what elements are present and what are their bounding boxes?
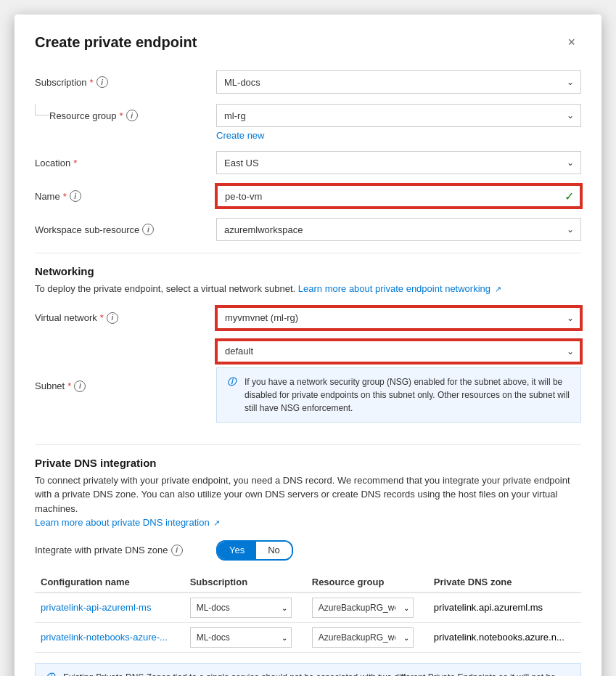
virtual-network-info-icon[interactable]: i [107, 312, 118, 324]
col-dns-zone: Private DNS zone [428, 572, 581, 592]
subnet-control-wrap: default ⌄ ⓘ If you have a network securi… [216, 340, 581, 433]
subnet-row: Subnet * i default ⌄ ⓘ If you have a net… [35, 340, 581, 433]
dns-toggle[interactable]: Yes No [216, 540, 293, 561]
nsg-info-box: ⓘ If you have a network security group (… [216, 367, 581, 423]
learn-more-networking-link[interactable]: Learn more about private endpoint networ… [298, 283, 501, 294]
col-resource-group: Resource group [306, 572, 428, 592]
name-control-wrap: ✓ [216, 184, 581, 208]
config-name-cell: privatelink-notebooks-azure-... [35, 622, 184, 652]
divider-2 [35, 444, 581, 445]
subscription-select-wrap-2: ML-docs ⌄ [190, 627, 292, 648]
dns-zone-cell-1: privatelink.api.azureml.ms [428, 592, 581, 623]
resource-group-cell-2: AzureBackupRG_westus_1 ⌄ [306, 622, 428, 652]
location-control-wrap: East US ⌄ [216, 151, 581, 174]
table-subscription-select-1[interactable]: ML-docs [190, 598, 292, 618]
workspace-sub-resource-row: Workspace sub-resource i azuremlworkspac… [35, 218, 581, 241]
learn-more-dns-link[interactable]: Learn more about private DNS integration… [35, 517, 220, 528]
table-rg-select-2[interactable]: AzureBackupRG_westus_1 [312, 627, 414, 648]
subscription-cell-2: ML-docs ⌄ [184, 622, 306, 652]
resource-group-control-wrap: ml-rg ⌄ [216, 104, 581, 127]
workspace-sub-resource-control-wrap: azuremlworkspace ⌄ [216, 218, 581, 241]
virtual-network-required: * [100, 312, 104, 323]
resource-group-cell-1: AzureBackupRG_westus_1 ⌄ [306, 592, 428, 623]
location-select[interactable]: East US [216, 151, 581, 174]
dns-table-header: Configuration name Subscription Resource… [35, 572, 581, 592]
workspace-sub-resource-info-icon[interactable]: i [142, 224, 154, 235]
name-label: Name * i [35, 190, 216, 202]
resource-group-select-wrap-2: AzureBackupRG_westus_1 ⌄ [312, 627, 414, 648]
dns-zone-cell-2: privatelink.notebooks.azure.n... [428, 622, 581, 652]
name-check-icon: ✓ [564, 190, 574, 203]
dns-ext-link-icon: ↗ [213, 518, 220, 527]
location-row: Location * East US ⌄ [35, 151, 581, 174]
subscription-control-wrap: ML-docs ⌄ [216, 70, 581, 94]
close-button[interactable]: × [562, 32, 581, 53]
subnet-info-icon[interactable]: i [74, 380, 86, 392]
name-required: * [63, 191, 67, 202]
workspace-sub-resource-select[interactable]: azuremlworkspace [216, 218, 581, 241]
virtual-network-select[interactable]: myvmvnet (ml-rg) [216, 306, 581, 330]
divider-1 [35, 253, 581, 253]
subscription-required: * [90, 77, 94, 88]
table-rg-select-1[interactable]: AzureBackupRG_westus_1 [312, 598, 414, 618]
resource-group-indent: Resource group * i ml-rg ⌄ Create new [35, 104, 581, 141]
dialog-header: Create private endpoint × [35, 32, 581, 53]
integrate-dns-row: Integrate with private DNS zone i Yes No [35, 540, 581, 561]
subscription-row: Subscription * i ML-docs ⌄ [35, 70, 581, 94]
subscription-select-wrap-1: ML-docs ⌄ [190, 598, 292, 618]
warning-info-icon: ⓘ [46, 671, 57, 677]
col-subscription: Subscription [184, 572, 306, 592]
workspace-sub-resource-label: Workspace sub-resource i [35, 224, 216, 235]
resource-group-required: * [120, 110, 123, 121]
private-dns-description: To connect privately with your private e… [35, 473, 581, 530]
resource-group-select-wrap-1: AzureBackupRG_westus_1 ⌄ [312, 598, 414, 618]
name-input[interactable] [216, 184, 581, 208]
location-required: * [73, 158, 77, 168]
private-dns-title: Private DNS integration [35, 457, 581, 469]
networking-description: To deploy the private endpoint, select a… [35, 282, 581, 296]
virtual-network-row: Virtual network * i myvmvnet (ml-rg) ⌄ [35, 306, 581, 330]
name-info-icon[interactable]: i [70, 190, 81, 202]
subnet-required: * [67, 380, 71, 391]
subnet-select[interactable]: default [216, 340, 581, 363]
subnet-label: Subnet * i [35, 380, 216, 392]
resource-group-row: Resource group * i ml-rg ⌄ [49, 104, 581, 127]
indent-connector [35, 104, 49, 115]
subscription-info-icon[interactable]: i [96, 76, 108, 88]
dns-table-header-row: Configuration name Subscription Resource… [35, 572, 581, 592]
create-private-endpoint-dialog: Create private endpoint × Subscription *… [15, 15, 601, 676]
dns-toggle-no[interactable]: No [256, 542, 292, 559]
integrate-dns-info-icon[interactable]: i [171, 545, 183, 556]
subscription-select[interactable]: ML-docs [216, 70, 581, 94]
subscription-label: Subscription * i [35, 76, 216, 88]
name-row: Name * i ✓ [35, 184, 581, 208]
location-label: Location * [35, 158, 216, 168]
nsg-info-icon: ⓘ [227, 375, 239, 415]
table-row: privatelink-notebooks-azure-... ML-docs … [35, 622, 581, 652]
networking-title: Networking [35, 265, 581, 277]
create-new-link[interactable]: Create new [216, 130, 581, 141]
dns-table-body: privatelink-api-azureml-ms ML-docs ⌄ Azu… [35, 592, 581, 653]
table-subscription-select-2[interactable]: ML-docs [190, 627, 292, 648]
config-name-cell: privatelink-api-azureml-ms [35, 592, 184, 623]
virtual-network-control-wrap: myvmvnet (ml-rg) ⌄ [216, 306, 581, 330]
dialog-title: Create private endpoint [35, 34, 197, 51]
resource-group-select[interactable]: ml-rg [216, 104, 581, 127]
resource-group-info-icon[interactable]: i [126, 110, 138, 121]
integrate-dns-label: Integrate with private DNS zone i [35, 545, 216, 556]
dns-table: Configuration name Subscription Resource… [35, 572, 581, 653]
warning-box: ⓘ Existing Private DNS Zones tied to a s… [35, 663, 581, 677]
dns-toggle-yes[interactable]: Yes [218, 542, 256, 559]
subscription-cell-1: ML-docs ⌄ [184, 592, 306, 623]
virtual-network-label: Virtual network * i [35, 312, 216, 324]
col-config-name: Configuration name [35, 572, 184, 592]
resource-group-label: Resource group * i [49, 110, 216, 121]
table-row: privatelink-api-azureml-ms ML-docs ⌄ Azu… [35, 592, 581, 623]
ext-link-icon: ↗ [495, 285, 501, 293]
